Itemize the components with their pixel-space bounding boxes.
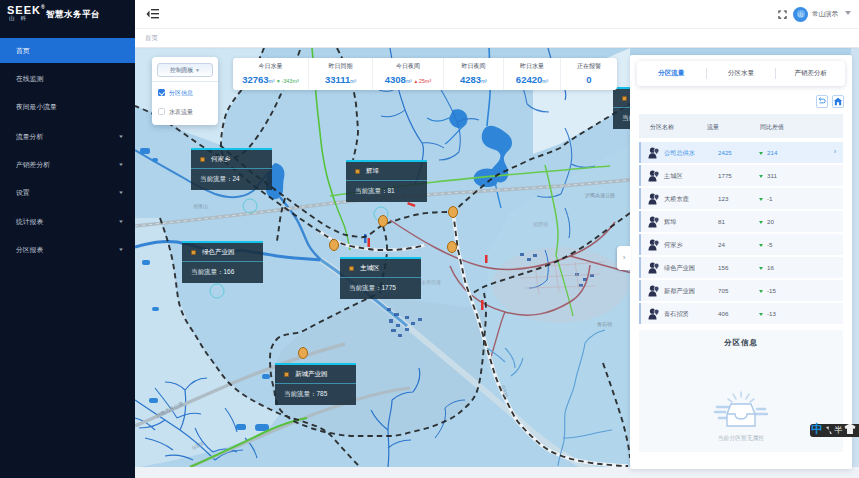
svg-text:青石镇: 青石镇 — [597, 321, 612, 328]
svg-text:泸鹰高速公路: 泸鹰高速公路 — [585, 192, 615, 199]
svg-text:招贤镇: 招贤镇 — [533, 221, 548, 227]
svg-text:水亭街道: 水亭街道 — [421, 279, 441, 286]
svg-text:何家山: 何家山 — [193, 203, 208, 210]
